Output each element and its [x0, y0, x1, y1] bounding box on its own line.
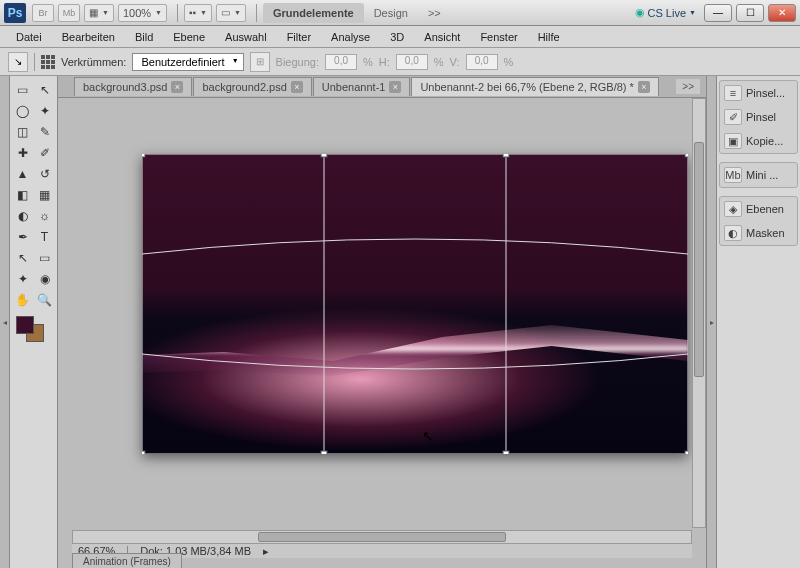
history-brush-tool[interactable]: ↺	[34, 164, 55, 184]
toolbox: ▭↖ ◯✦ ◫✎ ✚✐ ▲↺ ◧▦ ◐☼ ✒T ↖▭ ✦◉ ✋🔍	[10, 76, 58, 568]
app-logo: Ps	[4, 3, 26, 23]
view-extras-dropdown[interactable]: ▪▪▼	[184, 4, 212, 22]
panel-ebenen[interactable]: ◈Ebenen	[720, 197, 797, 221]
close-icon[interactable]: ×	[389, 81, 401, 93]
h-input[interactable]: 0,0	[396, 54, 428, 70]
menu-auswahl[interactable]: Auswahl	[215, 28, 277, 46]
3d-tool[interactable]: ✦	[12, 269, 33, 289]
menu-datei[interactable]: Datei	[6, 28, 52, 46]
vertical-scrollbar[interactable]	[692, 98, 706, 528]
wand-tool[interactable]: ✦	[34, 101, 55, 121]
clone-icon: ▣	[724, 133, 742, 149]
close-icon[interactable]: ×	[638, 81, 650, 93]
move-tool[interactable]: ▭	[12, 80, 33, 100]
cslive-dropdown[interactable]: ◉ CS Live▼	[635, 6, 696, 19]
zoom-tool[interactable]: 🔍	[34, 290, 55, 310]
menu-bearbeiten[interactable]: Bearbeiten	[52, 28, 125, 46]
warp-grid-icon[interactable]	[41, 55, 55, 69]
panel-minibridge[interactable]: MbMini ...	[720, 163, 797, 187]
menu-analyse[interactable]: Analyse	[321, 28, 380, 46]
maximize-button[interactable]: ☐	[736, 4, 764, 22]
eyedropper-tool[interactable]: ✎	[34, 122, 55, 142]
brush-preset-icon: ≡	[724, 85, 742, 101]
warp-label: Verkrümmen:	[61, 56, 126, 68]
blur-tool[interactable]: ◐	[12, 206, 33, 226]
shape-tool[interactable]: ▭	[34, 248, 55, 268]
crop-tool[interactable]: ◫	[12, 122, 33, 142]
options-bar: ↘ Verkrümmen: Benutzerdefiniert ⊞ Biegun…	[0, 48, 800, 76]
move-arrow-tool[interactable]: ↖	[34, 80, 55, 100]
close-icon[interactable]: ×	[291, 81, 303, 93]
bend-label: Biegung:	[276, 56, 319, 68]
workspace-tab-design[interactable]: Design	[364, 3, 418, 23]
pen-tool[interactable]: ✒	[12, 227, 33, 247]
panel-masken[interactable]: ◐Masken	[720, 221, 797, 245]
canvas-area[interactable]: ↖ 66,67% Dok: 1,03 MB/3,84 MB ▸ Animatio…	[58, 98, 706, 568]
menu-ebene[interactable]: Ebene	[163, 28, 215, 46]
brush-icon: ✐	[724, 109, 742, 125]
animation-panel-tab[interactable]: Animation (Frames)	[72, 553, 182, 568]
panel-dock: ≡Pinsel... ✐Pinsel ▣Kopie... MbMini ... …	[716, 76, 800, 568]
workspace-tab-grundelemente[interactable]: Grundelemente	[263, 3, 364, 23]
lasso-tool[interactable]: ◯	[12, 101, 33, 121]
camera-tool[interactable]: ◉	[34, 269, 55, 289]
v-input[interactable]: 0,0	[466, 54, 498, 70]
panel-pinsel-presets[interactable]: ≡Pinsel...	[720, 81, 797, 105]
bend-input[interactable]: 0,0	[325, 54, 357, 70]
tabs-overflow[interactable]: >>	[676, 79, 700, 94]
cslive-icon: ◉	[635, 6, 645, 19]
layers-icon: ◈	[724, 201, 742, 217]
document-canvas[interactable]	[142, 154, 688, 454]
status-arrow-icon[interactable]: ▸	[263, 545, 269, 558]
workspace-more[interactable]: >>	[418, 3, 451, 23]
tool-preset-icon[interactable]: ↘	[8, 52, 28, 72]
doc-tab[interactable]: background2.psd×	[193, 77, 311, 96]
left-collapse[interactable]: ◂	[0, 76, 10, 568]
menu-bild[interactable]: Bild	[125, 28, 163, 46]
menu-hilfe[interactable]: Hilfe	[528, 28, 570, 46]
eraser-tool[interactable]: ◧	[12, 185, 33, 205]
close-icon[interactable]: ×	[171, 81, 183, 93]
close-button[interactable]: ✕	[768, 4, 796, 22]
minibridge-button[interactable]: Mb	[58, 4, 80, 22]
screen-mode-dropdown[interactable]: ▭▼	[216, 4, 246, 22]
type-tool[interactable]: T	[34, 227, 55, 247]
path-tool[interactable]: ↖	[12, 248, 33, 268]
menu-fenster[interactable]: Fenster	[470, 28, 527, 46]
hand-tool[interactable]: ✋	[12, 290, 33, 310]
titlebar: Ps Br Mb ▦▼ 100%▼ ▪▪▼ ▭▼ Grundelemente D…	[0, 0, 800, 26]
doc-tab[interactable]: Unbenannt-1×	[313, 77, 411, 96]
warp-orient-icon: ⊞	[250, 52, 270, 72]
panel-kopie[interactable]: ▣Kopie...	[720, 129, 797, 153]
doc-tab-active[interactable]: Unbenannt-2 bei 66,7% (Ebene 2, RGB/8) *…	[411, 77, 658, 96]
bridge-button[interactable]: Br	[32, 4, 54, 22]
fg-color-swatch[interactable]	[16, 316, 34, 334]
menu-filter[interactable]: Filter	[277, 28, 321, 46]
h-label: H:	[379, 56, 390, 68]
warp-style-select[interactable]: Benutzerdefiniert	[132, 53, 243, 71]
stamp-tool[interactable]: ▲	[12, 164, 33, 184]
panel-pinsel[interactable]: ✐Pinsel	[720, 105, 797, 129]
menu-3d[interactable]: 3D	[380, 28, 414, 46]
dodge-tool[interactable]: ☼	[34, 206, 55, 226]
minimize-button[interactable]: —	[704, 4, 732, 22]
cursor-icon: ↖	[422, 428, 434, 444]
color-swatches[interactable]	[12, 316, 55, 344]
doc-tab[interactable]: background3.psd×	[74, 77, 192, 96]
right-collapse[interactable]: ▸	[706, 76, 716, 568]
brush-tool[interactable]: ✐	[34, 143, 55, 163]
menu-ansicht[interactable]: Ansicht	[414, 28, 470, 46]
document-tabs: background3.psd× background2.psd× Unbena…	[58, 76, 706, 98]
heal-tool[interactable]: ✚	[12, 143, 33, 163]
masks-icon: ◐	[724, 225, 742, 241]
minibridge-icon: Mb	[724, 167, 742, 183]
zoom-dropdown[interactable]: 100%▼	[118, 4, 167, 22]
arrange-dropdown[interactable]: ▦▼	[84, 4, 114, 22]
horizontal-scrollbar[interactable]	[72, 530, 692, 544]
menubar: Datei Bearbeiten Bild Ebene Auswahl Filt…	[0, 26, 800, 48]
v-label: V:	[450, 56, 460, 68]
gradient-tool[interactable]: ▦	[34, 185, 55, 205]
